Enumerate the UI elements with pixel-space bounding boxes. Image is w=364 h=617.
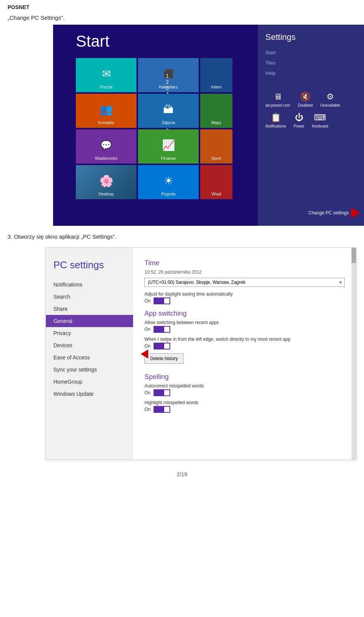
tile-label: Pogoda (161, 192, 176, 196)
time-section-title: Time (144, 259, 345, 267)
swipe-toggle[interactable]: On (144, 343, 345, 349)
tile-finanse[interactable]: 📈 Finanse (138, 129, 199, 164)
power-icon: ⏻ (295, 113, 303, 123)
tiles-grid: ✉ Poczta ⬛1 2 34 5 6 78 9 0 Kalendarz In… (76, 58, 228, 199)
settings-icon-power[interactable]: ⏻ Power (293, 113, 304, 128)
settings-link-start[interactable]: Start (265, 50, 356, 55)
general-arrow-indicator (141, 349, 148, 359)
timezone-select-wrapper[interactable]: (UTC+01:00) Sarajevo, Skopje, Warsaw, Za… (144, 278, 345, 287)
sidebar-item-notifications[interactable]: Notifications (46, 279, 133, 291)
allow-switching-switch[interactable] (154, 326, 170, 333)
autocorrect-switch[interactable] (154, 389, 170, 396)
settings-icons-top-row: 🖥 ad.posnet.com 🔇 Disabled ⚙ Unavailable (265, 92, 356, 107)
spelling-title: Spelling (144, 373, 345, 381)
swipe-state: On (144, 343, 151, 349)
autocorrect-toggle-row: Autocorrect misspelled words On (144, 383, 345, 396)
calendar-icon: ⬛1 2 34 5 6 78 9 0 (163, 69, 174, 79)
posnet-label: POSNET (8, 4, 30, 10)
autocorrect-label: Autocorrect misspelled words (144, 383, 345, 389)
settings-icon-label-posnet: ad.posnet.com (265, 103, 290, 107)
daylight-switch[interactable] (154, 297, 170, 304)
autocorrect-toggle[interactable]: On (144, 389, 345, 396)
allow-switching-toggle[interactable]: On (144, 326, 345, 333)
highlight-knob (164, 407, 169, 412)
notifications-icon: 📋 (271, 113, 281, 123)
sidebar-item-ease-of-access[interactable]: Ease of Access (46, 351, 133, 364)
settings-icon-posnet[interactable]: 🖥 ad.posnet.com (265, 92, 290, 107)
settings-icon-keyboard[interactable]: ⌨ Keyboard (312, 113, 328, 128)
tile-poczta[interactable]: ✉ Poczta (76, 58, 136, 92)
photos-icon: 🏔 (163, 103, 174, 116)
highlight-switch[interactable] (154, 406, 170, 413)
tile-label: Mapy (211, 120, 221, 125)
tile-label: Finanse (161, 156, 176, 161)
tile-kalendarz[interactable]: ⬛1 2 34 5 6 78 9 0 Kalendarz (138, 58, 199, 92)
pc-settings-sidebar: PC settings Notifications Search Share G… (46, 248, 133, 460)
highlight-state: On (144, 407, 151, 412)
allow-switching-row: Allow switching between recent apps On (144, 320, 345, 333)
weather-sun-icon: ☀ (164, 175, 173, 187)
keyboard-icon: ⌨ (314, 113, 326, 123)
sidebar-item-share[interactable]: Share (46, 303, 133, 315)
delete-history-button[interactable]: Delete history (144, 353, 184, 364)
tile-sport[interactable]: Sport (200, 129, 232, 164)
step-3-text: 3. Otworzy się okno aplikacji „PC Settin… (0, 226, 364, 244)
settings-icon-label-notifications: Notifications (265, 124, 286, 128)
page-header: POSNET (0, 0, 364, 12)
tile-pogoda[interactable]: ☀ Pogoda (138, 165, 199, 199)
sidebar-item-homegroup[interactable]: HomeGroup (46, 376, 133, 388)
tile-internet[interactable]: Intern (200, 58, 232, 92)
sidebar-item-windows-update[interactable]: Windows Update (46, 388, 133, 400)
tile-wiadomosci[interactable]: 💬 Wiadomości (76, 129, 136, 164)
page-number: 2/19 (177, 471, 187, 477)
allow-switching-state: On (144, 327, 151, 332)
sidebar-item-search[interactable]: Search (46, 291, 133, 303)
sidebar-item-devices[interactable]: Devices (46, 339, 133, 351)
tile-mapy[interactable]: Mapy (200, 94, 232, 128)
swipe-switch[interactable] (154, 343, 170, 349)
timezone-select[interactable]: (UTC+01:00) Sarajevo, Skopje, Warsaw, Za… (144, 278, 345, 287)
swipe-knob (164, 343, 169, 349)
tile-zdjecia[interactable]: 🏔 Zdjęcia (138, 94, 199, 128)
contacts-icon: 👥 (100, 103, 113, 116)
settings-icons-bottom-row: 📋 Notifications ⏻ Power ⌨ Keyboard (265, 113, 356, 128)
settings-icon-unavailable[interactable]: ⚙ Unavailable (320, 92, 340, 107)
sidebar-item-sync[interactable]: Sync your settings (46, 364, 133, 376)
messages-icon: 💬 (100, 140, 112, 151)
settings-icon-label-unavailable: Unavailable (320, 103, 340, 107)
instruction-1-text: „Change PC Settings". (8, 14, 64, 21)
start-title: Start (76, 32, 228, 50)
settings-icon-label-keyboard: Keyboard (312, 124, 328, 128)
highlight-toggle[interactable]: On (144, 406, 345, 413)
allow-switching-knob (164, 327, 169, 332)
monitor-icon: 🖥 (274, 92, 282, 102)
change-pc-settings-label: Change PC settings (308, 210, 349, 216)
tile-wiad[interactable]: Wiad (200, 165, 232, 199)
pc-settings-app-name: PC settings (46, 259, 133, 279)
instruction-1: „Change PC Settings". (0, 12, 364, 25)
settings-icon-disabled[interactable]: 🔇 Disabled (298, 92, 313, 107)
mail-icon: ✉ (102, 68, 111, 80)
tile-desktop[interactable]: 🌸 Desktop (76, 165, 136, 199)
highlight-label: Highlight misspelled words (144, 400, 345, 405)
sidebar-item-privacy[interactable]: Privacy (46, 327, 133, 339)
app-switching-title: App switching (144, 310, 345, 318)
pc-settings-main: Time 10:52, 26 października 2012 (UTC+01… (133, 248, 356, 460)
settings-link-help[interactable]: Help (265, 70, 356, 76)
tile-label: Wiadomości (95, 156, 118, 161)
desktop-flower-icon: 🌸 (99, 174, 113, 187)
start-screen-screenshot: ⚙ ⚙ ⚙ Start ✉ Poczta ⬛1 2 34 5 6 78 9 0 … (53, 25, 364, 226)
highlight-toggle-row: Highlight misspelled words On (144, 400, 345, 413)
scrollbar-track[interactable] (351, 248, 356, 460)
step-3-label: 3. Otworzy się okno aplikacji „PC Settin… (8, 233, 116, 240)
tile-label: Desktop (99, 192, 114, 196)
scrollbar-thumb[interactable] (351, 248, 356, 263)
daylight-toggle[interactable]: On (144, 297, 345, 304)
finance-icon: 📈 (162, 139, 175, 151)
tile-kontakty[interactable]: 👥 Kontakty (76, 94, 136, 128)
settings-link-tiles[interactable]: Tiles (265, 60, 356, 66)
change-pc-settings-btn[interactable]: Change PC settings (308, 208, 360, 218)
settings-icon-notifications[interactable]: 📋 Notifications (265, 113, 286, 128)
sidebar-item-general[interactable]: General (46, 315, 133, 327)
tile-label: Wiad (212, 192, 221, 196)
